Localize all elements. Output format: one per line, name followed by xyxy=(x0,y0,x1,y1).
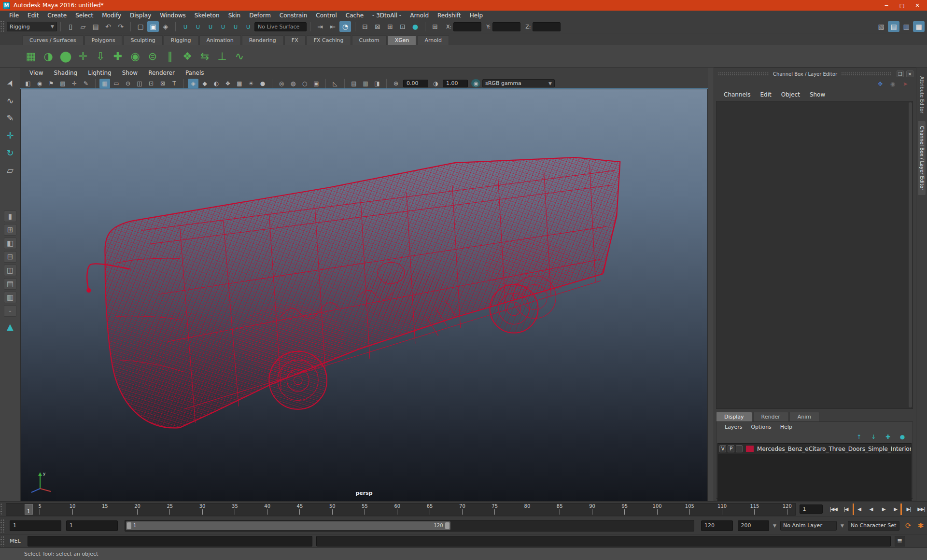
layer-row[interactable]: V P Mercedes_Benz_eCitaro_Three_Doors_Si… xyxy=(718,444,911,454)
safe-action-icon[interactable]: ⊠ xyxy=(157,79,168,88)
range-slider-drag-handle[interactable] xyxy=(0,519,5,532)
xgen-append-description-icon[interactable]: ✚ xyxy=(110,48,126,64)
minimize-button[interactable]: ─ xyxy=(880,1,893,10)
toolbox-collapse-icon[interactable]: - xyxy=(4,305,16,317)
command-language-label[interactable]: MEL xyxy=(10,538,21,544)
layer-menu-options[interactable]: Options xyxy=(746,424,775,430)
maximize-button[interactable]: ▢ xyxy=(895,1,909,10)
shelf-tab-fx[interactable]: FX xyxy=(284,35,306,45)
panel-drag-dots[interactable] xyxy=(718,72,769,76)
contrast-field[interactable]: 1.00 xyxy=(443,80,468,87)
film-gate-icon[interactable]: ▭ xyxy=(111,79,122,88)
wireframe-on-shaded-icon[interactable]: ◈ xyxy=(188,79,198,88)
add-layer-from-selected-icon[interactable]: ● xyxy=(898,433,907,441)
snap-grid-icon[interactable]: ∪ xyxy=(180,21,191,32)
select-object-icon[interactable]: ▣ xyxy=(147,21,159,32)
shelf-tab-curves-surfaces[interactable]: Curves / Surfaces xyxy=(22,35,84,45)
resolution-gate-icon[interactable]: ⊙ xyxy=(123,79,133,88)
lighting-icon[interactable]: ☀ xyxy=(246,79,256,88)
file-save-icon[interactable]: ▤ xyxy=(90,21,101,32)
panel-menu-renderer[interactable]: Renderer xyxy=(143,70,180,76)
pane-layout-alt-icon[interactable]: ▥ xyxy=(360,79,371,88)
file-open-icon[interactable]: ▱ xyxy=(77,21,89,32)
xgen-comb-brush-icon[interactable]: ∿ xyxy=(231,48,248,64)
panel-menu-view[interactable]: View xyxy=(24,70,48,76)
xgen-guide-lock-icon[interactable]: ⊜ xyxy=(144,48,161,64)
xgen-guide-visibility-icon[interactable]: ◉ xyxy=(127,48,143,64)
sequence-time-icon[interactable]: ▣ xyxy=(311,79,322,88)
shelf-tab-animation[interactable]: Animation xyxy=(199,35,241,45)
move-tool-icon[interactable]: ✛ xyxy=(3,128,17,142)
xgen-add-guides-icon[interactable]: ✛ xyxy=(75,48,91,64)
attribute-editor-toggle-icon[interactable]: ▦ xyxy=(913,21,925,32)
textured-display-icon[interactable]: ❖ xyxy=(223,79,233,88)
menu-create[interactable]: Create xyxy=(43,12,71,19)
menu-deform[interactable]: Deform xyxy=(245,12,275,19)
xgen-create-description-icon[interactable]: ◑ xyxy=(40,48,56,64)
shelf-tab-xgen[interactable]: XGen xyxy=(388,35,417,45)
auto-keyframe-icon[interactable]: ⟳ xyxy=(902,520,914,531)
output-connections-icon[interactable]: ⇤ xyxy=(327,21,338,32)
grid-icon[interactable]: ▦ xyxy=(99,79,110,88)
current-frame-indicator[interactable]: 1 xyxy=(25,504,33,515)
flat-shade-icon[interactable]: ◐ xyxy=(211,79,222,88)
range-slider-track[interactable]: 1 120 xyxy=(125,520,694,532)
render-sphere-icon[interactable]: ● xyxy=(409,21,421,32)
gate-mask-icon[interactable]: ◫ xyxy=(134,79,145,88)
layer-visibility-toggle[interactable]: V xyxy=(719,445,726,452)
command-input-field[interactable] xyxy=(28,536,312,546)
layer-tab-anim[interactable]: Anim xyxy=(789,412,819,421)
panel-close-icon[interactable]: ✕ xyxy=(906,70,913,77)
bus-wireframe-model[interactable] xyxy=(21,89,707,501)
camera-bookmark-icon[interactable]: ⚑ xyxy=(46,79,56,88)
shelf-tab-rigging[interactable]: Rigging xyxy=(164,35,198,45)
rotate-tool-icon[interactable]: ↻ xyxy=(3,145,17,160)
motion-blur-icon[interactable]: ◍ xyxy=(288,79,298,88)
modeling-toolkit-toggle-icon[interactable]: ▧ xyxy=(875,21,887,32)
menu-display[interactable]: Display xyxy=(126,12,155,19)
chevron-down-icon[interactable]: ▼ xyxy=(841,523,844,528)
lasso-tool-icon[interactable]: ∿ xyxy=(3,93,17,108)
xgen-export-selection-icon[interactable]: ⇩ xyxy=(92,48,109,64)
go-to-playback-end-button[interactable]: ▶▶| xyxy=(915,504,927,515)
range-slider-bar[interactable]: 1 120 xyxy=(126,521,450,530)
play-forwards-button[interactable]: ▶ xyxy=(878,504,889,515)
range-start-handle[interactable] xyxy=(127,522,131,529)
viewport-snapshot-icon[interactable]: ◨ xyxy=(372,79,382,88)
image-plane-icon[interactable]: ▨ xyxy=(57,79,68,88)
xgen-create-interactive-groom-icon[interactable]: ⬤ xyxy=(57,48,74,64)
panel-menu-show[interactable]: Show xyxy=(117,70,143,76)
field-chart-icon[interactable]: ⊡ xyxy=(146,79,156,88)
xgen-convert-primitives-icon[interactable]: ⇆ xyxy=(197,48,213,64)
channel-box-menu-object[interactable]: Object xyxy=(776,91,805,98)
panel-header[interactable]: Channel Box / Layer Editor ❒ ✕ xyxy=(714,70,916,78)
layer-tab-render[interactable]: Render xyxy=(753,412,788,421)
shelf-tab-rendering[interactable]: Rendering xyxy=(242,35,283,45)
layer-playback-toggle[interactable]: P xyxy=(728,445,734,452)
channel-box-menu-show[interactable]: Show xyxy=(805,91,830,98)
tool-settings-toggle-icon[interactable]: ▥ xyxy=(900,21,912,32)
pane-layout-icon[interactable]: ▤ xyxy=(349,79,359,88)
panel-drag-dots[interactable] xyxy=(841,72,892,76)
redo-icon[interactable]: ↷ xyxy=(115,21,126,32)
xgen-place-guides-icon[interactable]: ⊥ xyxy=(214,48,230,64)
xgen-groomable-spline-icon[interactable]: ❖ xyxy=(179,48,196,64)
snap-projected-center-icon[interactable]: ∪ xyxy=(217,21,229,32)
render-settings-icon[interactable]: ⊞ xyxy=(384,21,396,32)
panel-menu-shading[interactable]: Shading xyxy=(48,70,83,76)
chevron-down-icon[interactable]: ▼ xyxy=(773,523,776,528)
playback-start-field[interactable]: 1 xyxy=(66,520,118,531)
character-set-selector[interactable]: No Character Set xyxy=(848,521,899,531)
channel-box-menu-channels[interactable]: Channels xyxy=(719,91,756,98)
menu-select[interactable]: Select xyxy=(71,12,98,19)
layout-four-icon[interactable]: ⊞ xyxy=(4,224,16,236)
quick-selection-icon[interactable]: ⊞ xyxy=(429,21,441,32)
viewport-3d-view[interactable]: y persp xyxy=(20,89,708,501)
channel-pin-icon[interactable]: ➤ xyxy=(901,80,910,88)
shadows-icon[interactable]: ● xyxy=(257,79,268,88)
gamma-selector[interactable]: sRGB gamma ▼ xyxy=(482,79,555,87)
snap-view-plane-icon[interactable]: ∪ xyxy=(230,21,241,32)
select-tool-icon[interactable]: ➤ xyxy=(0,73,20,93)
exposure-field[interactable]: 0.00 xyxy=(403,80,428,87)
shelf-tab-custom[interactable]: Custom xyxy=(352,35,387,45)
